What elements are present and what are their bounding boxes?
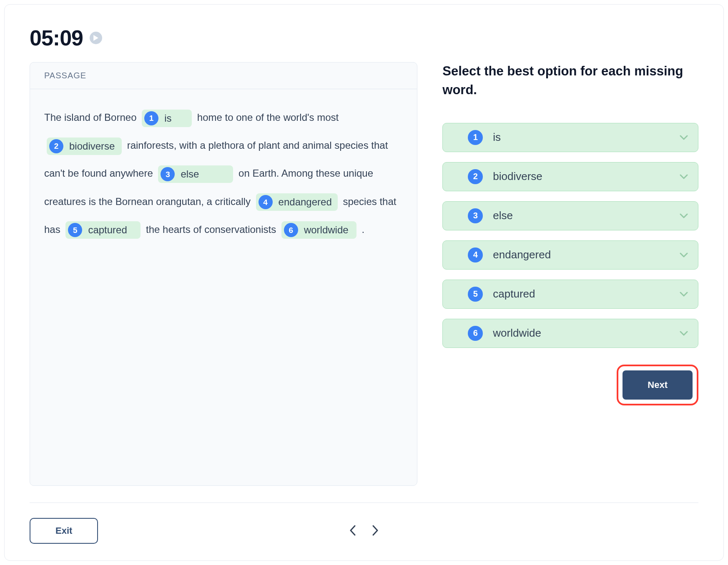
- passage-segment: the hearts of conservationists: [146, 224, 279, 235]
- option-number-badge: 1: [468, 130, 483, 145]
- blank-number-badge: 6: [284, 223, 298, 237]
- option-select-4[interactable]: 4 endangered: [442, 240, 698, 270]
- quiz-card: 05:09 PASSAGE The island of Borneo 1 is …: [4, 4, 724, 561]
- play-icon: [93, 35, 99, 41]
- passage-body: The island of Borneo 1 is home to one of…: [30, 89, 417, 258]
- option-select-3[interactable]: 3 else: [442, 201, 698, 230]
- option-number-badge: 5: [468, 287, 483, 302]
- blank-number-badge: 2: [49, 139, 63, 153]
- chevron-down-icon: [680, 252, 688, 258]
- option-label: is: [493, 131, 670, 144]
- blank-word: worldwide: [304, 225, 349, 235]
- option-number-badge: 6: [468, 326, 483, 341]
- option-label: biodiverse: [493, 170, 670, 183]
- timer-display: 05:09: [30, 25, 83, 50]
- exit-button[interactable]: Exit: [30, 518, 98, 544]
- option-label: endangered: [493, 248, 670, 261]
- option-number-badge: 4: [468, 248, 483, 262]
- options-list: 1 is 2 biodiverse 3 else 4 endangered: [442, 123, 698, 348]
- chevron-down-icon: [680, 292, 688, 297]
- chevron-down-icon: [680, 174, 688, 179]
- chevron-right-icon: [372, 525, 379, 536]
- option-number-badge: 3: [468, 208, 483, 223]
- option-number-badge: 2: [468, 169, 483, 184]
- blank-word: biodiverse: [69, 141, 115, 151]
- option-select-1[interactable]: 1 is: [442, 123, 698, 152]
- option-select-5[interactable]: 5 captured: [442, 280, 698, 309]
- timer-row: 05:09: [30, 25, 698, 50]
- passage-blank-1: 1 is: [142, 110, 192, 127]
- option-select-2[interactable]: 2 biodiverse: [442, 162, 698, 191]
- chevron-left-icon: [349, 525, 356, 536]
- passage-segment: The island of Borneo: [44, 112, 139, 123]
- content-area: PASSAGE The island of Borneo 1 is home t…: [30, 62, 698, 486]
- blank-number-badge: 3: [161, 167, 175, 181]
- passage-blank-2: 2 biodiverse: [47, 138, 122, 155]
- chevron-down-icon: [680, 331, 688, 336]
- blank-word: else: [181, 169, 199, 179]
- chevron-down-icon: [680, 135, 688, 140]
- option-label: captured: [493, 288, 670, 300]
- option-select-6[interactable]: 6 worldwide: [442, 319, 698, 348]
- chevron-down-icon: [680, 213, 688, 218]
- blank-number-badge: 4: [259, 195, 273, 209]
- passage-blank-4: 4 endangered: [256, 193, 338, 211]
- passage-blank-3: 3 else: [158, 165, 233, 183]
- nav-arrows: [348, 523, 380, 539]
- next-button-highlight: Next: [617, 365, 698, 405]
- next-button[interactable]: Next: [623, 370, 693, 400]
- blank-word: endangered: [279, 197, 332, 207]
- passage-panel: PASSAGE The island of Borneo 1 is home t…: [30, 62, 417, 486]
- blank-word: is: [164, 113, 171, 123]
- passage-segment: home to one of the world's most: [197, 112, 339, 123]
- play-button[interactable]: [90, 32, 102, 44]
- passage-header: PASSAGE: [30, 62, 417, 89]
- instruction-text: Select the best option for each missing …: [442, 62, 698, 100]
- option-label: else: [493, 209, 670, 222]
- blank-word: captured: [88, 225, 127, 235]
- prev-arrow-button[interactable]: [348, 523, 358, 539]
- passage-blank-5: 5 captured: [65, 221, 141, 239]
- passage-segment: .: [362, 224, 365, 235]
- footer-bar: Exit: [30, 502, 698, 544]
- answer-panel: Select the best option for each missing …: [442, 62, 698, 486]
- next-arrow-button[interactable]: [370, 523, 380, 539]
- option-label: worldwide: [493, 327, 670, 340]
- blank-number-badge: 5: [68, 223, 82, 237]
- blank-number-badge: 1: [144, 111, 158, 125]
- passage-blank-6: 6 worldwide: [281, 221, 356, 239]
